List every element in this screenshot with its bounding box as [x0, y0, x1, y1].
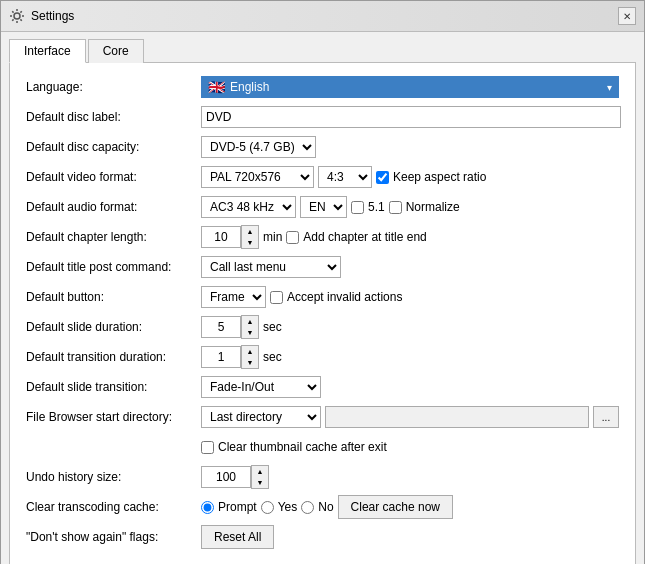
title-post-controls: Call last menu Call first menu Stop Exit — [201, 256, 619, 278]
disc-capacity-select[interactable]: DVD-5 (4.7 GB) DVD-9 (8.5 GB) BD-25 BD-5… — [201, 136, 316, 158]
keep-aspect-label: Keep aspect ratio — [393, 170, 486, 184]
title-bar: Settings ✕ — [1, 1, 644, 32]
slide-transition-controls: Fade-In/Out None Wipe Left Wipe Right — [201, 376, 619, 398]
cache-no-radio[interactable] — [301, 501, 314, 514]
language-select-wrapper: 🇬🇧 English ▾ — [201, 76, 619, 98]
tab-core[interactable]: Core — [88, 39, 144, 63]
clear-cache-now-button[interactable]: Clear cache now — [338, 495, 453, 519]
default-button-controls: Frame Box Line Accept invalid actions — [201, 286, 619, 308]
clear-thumbnail-label: Clear thumbnail cache after exit — [218, 440, 387, 454]
file-browser-select[interactable]: Last directory Home Custom — [201, 406, 321, 428]
clear-thumbnail-controls: Clear thumbnail cache after exit — [201, 440, 619, 454]
undo-history-input[interactable] — [201, 466, 251, 488]
audio-format-row: Default audio format: AC3 48 kHz AC3 44 … — [26, 195, 619, 219]
undo-history-row: Undo history size: ▲ ▼ — [26, 465, 619, 489]
accept-invalid-label: Accept invalid actions — [287, 290, 402, 304]
normalize-label: Normalize — [406, 200, 460, 214]
add-chapter-checkbox[interactable] — [286, 231, 299, 244]
slide-transition-select[interactable]: Fade-In/Out None Wipe Left Wipe Right — [201, 376, 321, 398]
cache-prompt-radio[interactable] — [201, 501, 214, 514]
slide-duration-row: Default slide duration: ▲ ▼ sec — [26, 315, 619, 339]
tabs-bar: Interface Core — [1, 32, 644, 62]
chapter-length-up[interactable]: ▲ — [242, 226, 258, 237]
audio-51-checkbox[interactable] — [351, 201, 364, 214]
undo-history-spinner-buttons: ▲ ▼ — [251, 465, 269, 489]
browse-button[interactable]: ... — [593, 406, 619, 428]
language-label: Language: — [26, 80, 201, 94]
clear-cache-label: Clear transcoding cache: — [26, 500, 201, 514]
undo-history-spinner: ▲ ▼ — [201, 465, 269, 489]
transition-duration-spinner-buttons: ▲ ▼ — [241, 345, 259, 369]
slide-duration-up[interactable]: ▲ — [242, 316, 258, 327]
chapter-length-row: Default chapter length: ▲ ▼ min Add chap… — [26, 225, 619, 249]
reset-all-button[interactable]: Reset All — [201, 525, 274, 549]
audio-51-label: 5.1 — [368, 200, 385, 214]
audio-lang-select[interactable]: EN FR DE — [300, 196, 347, 218]
slide-duration-down[interactable]: ▼ — [242, 327, 258, 338]
title-post-label: Default title post command: — [26, 260, 201, 274]
dont-show-controls: Reset All — [201, 525, 619, 549]
chapter-length-down[interactable]: ▼ — [242, 237, 258, 248]
transition-duration-up[interactable]: ▲ — [242, 346, 258, 357]
video-format-select[interactable]: PAL 720x576 NTSC 720x480 1080p — [201, 166, 314, 188]
slide-transition-label: Default slide transition: — [26, 380, 201, 394]
tab-content-interface: Language: 🇬🇧 English ▾ Default disc labe… — [9, 62, 636, 564]
default-button-label: Default button: — [26, 290, 201, 304]
transition-duration-row: Default transition duration: ▲ ▼ sec — [26, 345, 619, 369]
chapter-length-input[interactable] — [201, 226, 241, 248]
clear-thumbnail-checkbox[interactable] — [201, 441, 214, 454]
disc-label-input[interactable] — [201, 106, 621, 128]
disc-label-label: Default disc label: — [26, 110, 201, 124]
svg-point-0 — [14, 13, 20, 19]
accept-invalid-checkbox[interactable] — [270, 291, 283, 304]
file-browser-controls: Last directory Home Custom ... — [201, 406, 619, 428]
title-bar-left: Settings — [9, 8, 74, 24]
audio-format-label: Default audio format: — [26, 200, 201, 214]
audio-format-controls: AC3 48 kHz AC3 44 kHz MP2 EN FR DE 5.1 N… — [201, 196, 619, 218]
disc-label-row: Default disc label: — [26, 105, 619, 129]
file-browser-row: File Browser start directory: Last direc… — [26, 405, 619, 429]
undo-history-up[interactable]: ▲ — [252, 466, 268, 477]
audio-format-select[interactable]: AC3 48 kHz AC3 44 kHz MP2 — [201, 196, 296, 218]
chapter-length-spinner-buttons: ▲ ▼ — [241, 225, 259, 249]
file-browser-path-input[interactable] — [325, 406, 589, 428]
slide-duration-label: Default slide duration: — [26, 320, 201, 334]
file-browser-label: File Browser start directory: — [26, 410, 201, 424]
aspect-ratio-select[interactable]: 4:3 16:9 — [318, 166, 372, 188]
button-style-select[interactable]: Frame Box Line — [201, 286, 266, 308]
disc-capacity-label: Default disc capacity: — [26, 140, 201, 154]
undo-history-label: Undo history size: — [26, 470, 201, 484]
undo-history-down[interactable]: ▼ — [252, 477, 268, 488]
cache-yes-radio[interactable] — [261, 501, 274, 514]
language-value: English — [230, 80, 607, 94]
keep-aspect-checkbox[interactable] — [376, 171, 389, 184]
slide-duration-spinner: ▲ ▼ — [201, 315, 259, 339]
transition-duration-controls: ▲ ▼ sec — [201, 345, 619, 369]
window-title: Settings — [31, 9, 74, 23]
cache-yes-label: Yes — [278, 500, 298, 514]
language-row: Language: 🇬🇧 English ▾ — [26, 75, 619, 99]
chevron-down-icon: ▾ — [607, 82, 612, 93]
title-post-select[interactable]: Call last menu Call first menu Stop Exit — [201, 256, 341, 278]
language-dropdown[interactable]: 🇬🇧 English ▾ — [201, 76, 619, 98]
dont-show-label: "Don't show again" flags: — [26, 530, 201, 544]
transition-duration-spinner: ▲ ▼ — [201, 345, 259, 369]
disc-capacity-row: Default disc capacity: DVD-5 (4.7 GB) DV… — [26, 135, 619, 159]
undo-history-controls: ▲ ▼ — [201, 465, 619, 489]
cache-prompt-label: Prompt — [218, 500, 257, 514]
normalize-checkbox[interactable] — [389, 201, 402, 214]
transition-duration-down[interactable]: ▼ — [242, 357, 258, 368]
video-format-label: Default video format: — [26, 170, 201, 184]
tab-interface[interactable]: Interface — [9, 39, 86, 63]
slide-transition-row: Default slide transition: Fade-In/Out No… — [26, 375, 619, 399]
transition-duration-input[interactable] — [201, 346, 241, 368]
video-format-controls: PAL 720x576 NTSC 720x480 1080p 4:3 16:9 … — [201, 166, 619, 188]
title-post-row: Default title post command: Call last me… — [26, 255, 619, 279]
language-controls: 🇬🇧 English ▾ — [201, 76, 619, 98]
settings-window: Settings ✕ Interface Core Language: 🇬🇧 E… — [0, 0, 645, 564]
close-button[interactable]: ✕ — [618, 7, 636, 25]
transition-duration-label: Default transition duration: — [26, 350, 201, 364]
slide-duration-input[interactable] — [201, 316, 241, 338]
video-format-row: Default video format: PAL 720x576 NTSC 7… — [26, 165, 619, 189]
dont-show-row: "Don't show again" flags: Reset All — [26, 525, 619, 549]
